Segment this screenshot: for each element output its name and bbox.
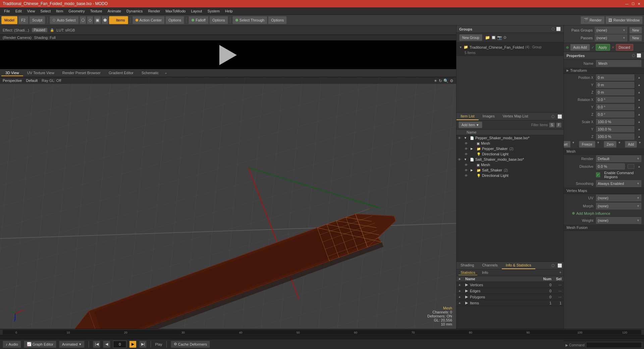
edge-expand[interactable]: ▶: [465, 289, 470, 293]
model-mode-button[interactable]: Model: [1, 16, 17, 24]
freeze-button[interactable]: Freeze: [579, 141, 595, 148]
menu-maxtomodo[interactable]: MaxToModo: [163, 8, 188, 14]
tab-item-list[interactable]: Item List: [457, 113, 479, 120]
select-through-options[interactable]: Options: [268, 16, 287, 24]
discard-button[interactable]: Discard: [616, 44, 633, 51]
menu-help[interactable]: Help: [222, 8, 235, 14]
render-window-button[interactable]: 🖼 Render Window: [605, 16, 643, 24]
menu-file[interactable]: File: [1, 8, 13, 14]
window-controls[interactable]: — ☐ ✕: [625, 1, 641, 6]
tab-channels[interactable]: Channels: [478, 262, 501, 269]
props-collapse-icon[interactable]: ⬜: [637, 53, 641, 58]
scale-z-arrow[interactable]: ▲: [637, 135, 641, 138]
tab-render-preset[interactable]: Render Preset Browser: [58, 70, 105, 76]
transport-play-button[interactable]: ▶: [129, 341, 137, 348]
transport-prev-frame[interactable]: ◀: [103, 341, 110, 348]
rotation-y-value[interactable]: 0.0 °: [596, 104, 634, 110]
tree-row-pepper-mesh[interactable]: 👁 ▣ Mesh: [457, 141, 564, 146]
view-icon-3[interactable]: 🔍: [443, 79, 448, 83]
transform-section-header[interactable]: ▶ Transform: [564, 67, 644, 74]
zero-button[interactable]: Zero: [604, 141, 617, 148]
falloff-button[interactable]: Falloff: [189, 16, 209, 24]
tab-schematic[interactable]: Schematic: [138, 70, 163, 76]
dissolve-arrow[interactable]: ▲: [637, 165, 641, 168]
menu-dynamics[interactable]: Dynamics: [124, 8, 145, 14]
mode-icon-1[interactable]: ⬡: [79, 16, 86, 24]
poly-expand[interactable]: ▶: [465, 295, 470, 299]
group-icon-1[interactable]: 📁: [485, 35, 490, 40]
edge-add[interactable]: +: [459, 289, 465, 293]
tab-info-stats[interactable]: Info & Statistics: [502, 262, 535, 269]
f2-button[interactable]: F2: [18, 16, 29, 24]
new-passes-button[interactable]: New: [629, 35, 642, 41]
select-through-button[interactable]: Select Through: [232, 16, 267, 24]
tree-row-salt-group[interactable]: 👁 ▶ 📁 Salt_Shaker (2): [457, 167, 564, 173]
uv-dropdown[interactable]: (none) ▼: [596, 195, 641, 201]
vert-more[interactable]: ···: [551, 283, 561, 287]
position-x-arrow[interactable]: ▲: [637, 76, 641, 79]
menu-layout[interactable]: Layout: [188, 8, 205, 14]
edge-more[interactable]: ···: [551, 289, 561, 293]
passes-dropdown[interactable]: (none) ▼: [595, 35, 627, 41]
items-button[interactable]: Items: [109, 16, 128, 24]
items-add[interactable]: +: [459, 301, 465, 305]
menu-system[interactable]: System: [205, 8, 222, 14]
pass-groups-dropdown[interactable]: (none) ▼: [595, 27, 627, 34]
apply-button[interactable]: Apply: [596, 44, 610, 51]
menu-render[interactable]: Render: [145, 8, 163, 14]
auto-add-button[interactable]: Auto Add: [570, 44, 590, 51]
scale-y-value[interactable]: 100.0 %: [596, 126, 634, 132]
menu-view[interactable]: View: [24, 8, 38, 14]
group-icon-4[interactable]: ⚙: [503, 35, 507, 40]
add-button[interactable]: Add: [625, 141, 637, 148]
stats-add-btn[interactable]: +: [559, 270, 561, 275]
rotation-x-value[interactable]: 0.0 °: [596, 97, 634, 103]
minimize-button[interactable]: —: [625, 1, 629, 6]
menu-item[interactable]: Item: [53, 8, 66, 14]
scale-y-arrow[interactable]: ▲: [637, 128, 641, 131]
new-pass-group-button[interactable]: New: [629, 27, 642, 34]
stats-expand-icon[interactable]: ⬡: [550, 263, 556, 268]
mode-icon-3[interactable]: ▣: [94, 16, 101, 24]
groups-expand-icon[interactable]: ⬡: [551, 27, 555, 31]
panel-collapse-icon[interactable]: ⬜: [556, 114, 564, 119]
maximize-button[interactable]: ☐: [631, 1, 635, 6]
auto-select-button[interactable]: ⬡ Auto Select: [50, 16, 78, 24]
smoothing-dropdown[interactable]: Always Enabled ▼: [596, 180, 641, 187]
mesh-fusion-section[interactable]: Mesh Fusion: [564, 225, 644, 231]
tab-uv-texture[interactable]: UV Texture View: [23, 70, 58, 76]
tree-row-salt-file[interactable]: 👁 ▼ 📄 Salt_Shaker_modo_base.lxo*: [457, 157, 564, 162]
group-icon-3[interactable]: 📷: [497, 35, 502, 40]
vert-expand[interactable]: ▶: [465, 283, 470, 287]
vertex-maps-section-header[interactable]: Vertex Maps: [564, 188, 644, 194]
mode-icon-4[interactable]: ⬟: [102, 16, 108, 24]
tab-shading[interactable]: Shading: [457, 262, 478, 269]
rotation-z-value[interactable]: 0.0 °: [596, 111, 634, 117]
scale-x-arrow[interactable]: ▲: [637, 120, 641, 123]
sculpt-button[interactable]: Sculpt: [29, 16, 46, 24]
view-icon-2[interactable]: ↻: [439, 79, 442, 83]
weight-dropdown[interactable]: (none) ▼: [596, 217, 641, 224]
info-sub-label[interactable]: Info: [480, 270, 490, 275]
tab-images[interactable]: Images: [479, 113, 499, 120]
poly-more[interactable]: ···: [551, 295, 561, 299]
freeze-arrow[interactable]: ▼: [597, 141, 600, 148]
mesh-section-header[interactable]: Mesh: [564, 148, 644, 155]
tab-gradient-editor[interactable]: Gradient Editor: [105, 70, 138, 76]
tree-row-dir-light-2[interactable]: 👁 💡 Directional Light: [457, 173, 564, 178]
position-y-arrow[interactable]: ▲: [637, 83, 641, 87]
render-dropdown[interactable]: Default ▼: [596, 155, 641, 162]
view-icon-1[interactable]: ☀: [434, 79, 437, 83]
panel-expand-icon[interactable]: ⬡: [550, 114, 556, 119]
viewport-3d[interactable]: Perspective Default Ray GL: Off ☀ ↻ 🔍 ⚙ …: [0, 77, 456, 329]
menu-edit[interactable]: Edit: [13, 8, 24, 14]
reset-button[interactable]: Reset: [564, 141, 571, 148]
tab-vertex-map[interactable]: Vertex Map List: [499, 113, 532, 120]
morph-dropdown[interactable]: (none) ▼: [596, 203, 641, 209]
transport-next-frame[interactable]: ▶|: [139, 341, 147, 348]
tree-row-pepper-file[interactable]: 👁 ▼ 📄 Pepper_Shaker_modo_base.lxo*: [457, 135, 564, 141]
animated-button[interactable]: Animated ▼: [59, 341, 85, 348]
item-tree[interactable]: 👁 ▼ 📄 Pepper_Shaker_modo_base.lxo* 👁 ▣ M…: [457, 135, 564, 261]
group-item[interactable]: ▼ 📁 Traditional_Chinese_Fan_Folded (4) :…: [458, 44, 562, 50]
tree-row-salt-mesh[interactable]: 👁 ▣ Mesh: [457, 162, 564, 167]
